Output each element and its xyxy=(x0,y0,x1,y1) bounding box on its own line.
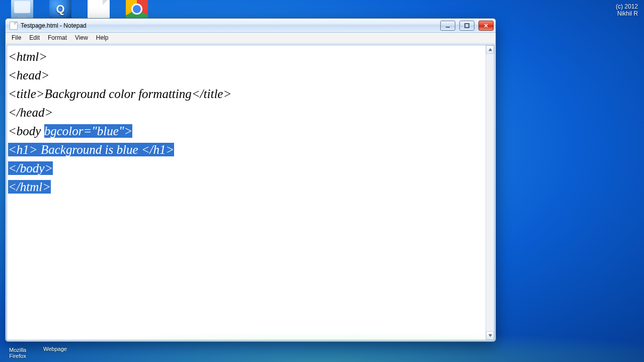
notepad-app-icon xyxy=(10,22,18,30)
code-line-1: <html> xyxy=(8,47,485,66)
menu-help[interactable]: Help xyxy=(92,33,113,43)
desktop: Q (c) 2012 Nikhil R Testpage.html - Note… xyxy=(0,0,644,362)
chrome-icon xyxy=(126,0,148,20)
menubar: File Edit Format View Help xyxy=(6,33,496,44)
close-button[interactable] xyxy=(478,21,494,31)
maximize-button[interactable] xyxy=(459,21,474,31)
titlebar[interactable]: Testpage.html - Notepad xyxy=(6,19,496,33)
scroll-up-button[interactable] xyxy=(486,45,494,54)
menu-file[interactable]: File xyxy=(8,33,25,43)
selection: bgcolor="blue"> xyxy=(44,124,133,138)
selection: </html> xyxy=(8,180,51,194)
taskbar-label-webpage[interactable]: Webpage xyxy=(43,346,67,352)
code-line-3: <title>Background color formatting</titl… xyxy=(8,84,485,103)
code-line-2: <head> xyxy=(8,66,485,84)
watermark-line2: Nikhil R xyxy=(616,10,638,17)
watermark-line1: (c) 2012 xyxy=(616,3,638,10)
menu-format[interactable]: Format xyxy=(44,33,71,43)
code-line-6: <h1> Background is blue </h1> xyxy=(8,140,485,159)
menu-edit[interactable]: Edit xyxy=(25,33,44,43)
svg-rect-0 xyxy=(465,24,469,28)
code-line-8: </html> xyxy=(8,177,485,196)
editor-container: <html> <head> <title>Background color fo… xyxy=(7,45,495,340)
selection: </body> xyxy=(8,161,53,175)
watermark: (c) 2012 Nikhil R xyxy=(616,3,638,17)
selection: <h1> Background is blue </h1> xyxy=(8,143,174,156)
menu-view[interactable]: View xyxy=(71,33,92,43)
window-title: Testpage.html - Notepad xyxy=(21,22,87,29)
code-line-7: </body> xyxy=(8,159,485,177)
scroll-down-button[interactable] xyxy=(486,331,494,340)
minimize-button[interactable] xyxy=(440,21,455,31)
vertical-scrollbar[interactable] xyxy=(486,45,494,340)
page-icon xyxy=(88,0,110,20)
taskbar-label-firefox[interactable]: Mozilla Firefox xyxy=(9,347,26,359)
code-line-4: </head> xyxy=(8,103,485,122)
code-line-5: <body bgcolor="blue"> xyxy=(8,122,485,140)
notepad-window: Testpage.html - Notepad File Edit Format… xyxy=(5,18,496,342)
computer-icon xyxy=(11,0,33,20)
text-editor[interactable]: <html> <head> <title>Background color fo… xyxy=(7,45,486,340)
quicktime-icon: Q xyxy=(49,0,71,20)
